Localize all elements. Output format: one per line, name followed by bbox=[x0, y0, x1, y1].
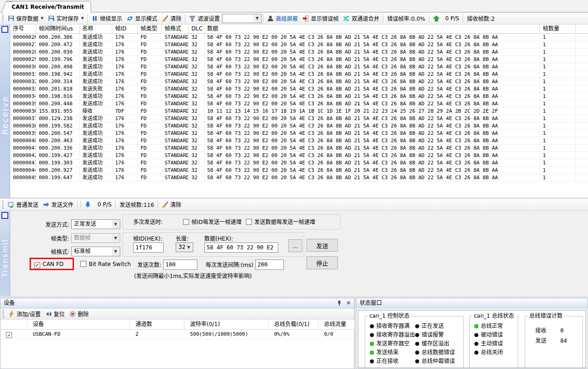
can-fd-checkbox[interactable]: CAN FD bbox=[34, 260, 64, 268]
led-on-icon bbox=[370, 342, 374, 346]
table-row[interactable]: 00000032000.200.314发送成功176FDSTANDARD3258… bbox=[10, 78, 588, 85]
column-header[interactable]: DLC bbox=[189, 24, 204, 34]
save-data-caret-icon[interactable]: ▼ bbox=[41, 16, 43, 20]
table-row[interactable]: 00000041000.200.336发送成功176FDSTANDARD3258… bbox=[10, 145, 588, 152]
table-cell: 32 bbox=[189, 41, 204, 48]
frame-type-select[interactable]: 数据帧 ▼ bbox=[71, 233, 120, 243]
send-mode-value: 正常发送 bbox=[74, 221, 96, 227]
chevron-down-icon[interactable]: ▼ bbox=[185, 243, 192, 251]
transmit-panel-toggle-button[interactable] bbox=[1, 212, 8, 219]
device-add-button[interactable]: 添加/设置 bbox=[6, 309, 43, 319]
table-cell: STANDARD bbox=[162, 137, 189, 145]
frame-id-input[interactable] bbox=[133, 242, 164, 253]
column-header[interactable]: 帧类型 bbox=[138, 24, 162, 34]
column-header[interactable]: 帧数量 bbox=[540, 24, 576, 34]
table-row[interactable]: 00000028000.200.030发送成功176FDSTANDARD3258… bbox=[10, 48, 588, 56]
table-row[interactable]: 00000043000.199.303发送成功176FDSTANDARD3258… bbox=[10, 159, 588, 167]
send-times-input[interactable] bbox=[163, 260, 197, 270]
column-header[interactable]: 帧ID bbox=[112, 24, 138, 34]
column-header-filler bbox=[576, 24, 588, 34]
device-column-header[interactable]: 波特率(0/1) bbox=[184, 320, 269, 329]
toolbar-grip[interactable] bbox=[2, 310, 4, 318]
realtime-save-button[interactable]: 实时保存 ▼ bbox=[46, 13, 86, 24]
table-cell: 1 bbox=[540, 122, 576, 130]
delete-icon bbox=[69, 311, 76, 317]
realtime-save-caret-icon[interactable]: ▼ bbox=[81, 16, 84, 20]
device-table-row[interactable]: USBCAN-FD2500(500)/1000(5000)0%/0%0/0 bbox=[0, 330, 354, 339]
device-column-header[interactable]: 设备 bbox=[27, 320, 130, 329]
column-header[interactable]: 帧间隔时间us bbox=[36, 24, 80, 34]
show-error-frames-button[interactable]: 显示错误帧 bbox=[300, 13, 341, 24]
device-column-header[interactable] bbox=[0, 320, 27, 329]
table-cell: STANDARD bbox=[162, 48, 189, 56]
chevron-down-icon[interactable]: ▼ bbox=[112, 248, 119, 255]
checkbox-icon[interactable] bbox=[246, 219, 252, 225]
table-cell: 接收 bbox=[80, 108, 112, 115]
toolbar-grip[interactable] bbox=[2, 200, 4, 209]
chevron-down-icon[interactable]: ▼ bbox=[112, 220, 119, 228]
checkbox-icon[interactable] bbox=[80, 261, 86, 267]
send-mode-select[interactable]: 正常发送 ▼ bbox=[71, 219, 120, 229]
broom-icon bbox=[162, 201, 168, 208]
save-data-button[interactable]: 保存数据 ▼ bbox=[6, 13, 46, 24]
length-select[interactable]: 32 ▼ bbox=[176, 242, 193, 252]
device-checkbox[interactable] bbox=[6, 332, 12, 338]
display-mode-button[interactable]: 显示模式 bbox=[124, 13, 159, 24]
table-row[interactable]: 00000038000.199.582发送成功176FDSTANDARD3258… bbox=[10, 122, 588, 130]
data-hex-input[interactable] bbox=[204, 242, 278, 253]
bit-rate-switch-checkbox[interactable]: Bit Rate Switch bbox=[80, 260, 131, 268]
table-cell: FD bbox=[138, 56, 162, 63]
chevron-down-icon[interactable]: ▼ bbox=[253, 15, 261, 22]
inc-data-checkbox[interactable]: 发送数据每发送一帧递增 bbox=[246, 218, 315, 226]
send-button[interactable]: 发送 bbox=[306, 239, 338, 252]
table-row[interactable]: 00000040000.200.463发送成功176FDSTANDARD3258… bbox=[10, 137, 588, 145]
filter-settings-button[interactable]: 滤波设置 bbox=[187, 13, 222, 24]
table-row[interactable]: 00000027000.200.472发送成功176FDSTANDARD3258… bbox=[10, 41, 588, 48]
device-column-header[interactable]: 总线流量(0/1) bbox=[318, 320, 355, 329]
device-delete-button[interactable]: 删除 bbox=[67, 309, 91, 319]
toolbar-grip[interactable] bbox=[2, 14, 4, 23]
close-icon[interactable]: ✕ bbox=[345, 300, 352, 307]
tab-can1-receive-transmit[interactable]: CAN1 Receive/Transmit bbox=[6, 1, 91, 13]
table-row[interactable]: 00000026000.200.386发送成功176FDSTANDARD3258… bbox=[10, 34, 588, 41]
device-reset-button[interactable]: 复位 bbox=[43, 309, 67, 319]
table-row[interactable]: 00000039000.200.547发送成功176FDSTANDARD3258… bbox=[10, 130, 588, 137]
table-row[interactable]: 00000031000.198.942发送成功176FDSTANDARD3258… bbox=[10, 71, 588, 78]
column-header[interactable]: 帧格式 bbox=[162, 24, 189, 34]
frame-data-groupbox: 帧ID(HEX): 长度: 32 ▼ 数据(HEX): ... bbox=[122, 232, 304, 257]
column-header[interactable]: 名称 bbox=[80, 24, 112, 34]
column-header[interactable]: 数据 bbox=[204, 24, 540, 34]
table-row[interactable]: 00000034000.198.016发送成功176FDSTANDARD3258… bbox=[10, 93, 588, 100]
table-row[interactable]: 00000042000.199.427发送成功176FDSTANDARD3258… bbox=[10, 152, 588, 159]
normal-send-button[interactable]: 普通发送 bbox=[6, 200, 41, 210]
checkbox-checked-icon[interactable] bbox=[34, 262, 40, 268]
table-row[interactable]: 00000035000.200.448发送成功176FDSTANDARD3258… bbox=[10, 100, 588, 108]
frame-format-select[interactable]: 标准帧 ▼ bbox=[71, 247, 120, 256]
table-cell: 58 4F 60 73 22 90 E2 00 20 5A 4E C3 26 8… bbox=[204, 63, 540, 71]
more-data-button[interactable]: ... bbox=[288, 239, 302, 252]
inc-frame-id-checkbox[interactable]: 帧ID每发送一帧递增 bbox=[183, 218, 242, 226]
column-header[interactable]: 序号 bbox=[10, 24, 36, 34]
device-column-header[interactable]: 通道数 bbox=[130, 320, 184, 329]
continue-display-button[interactable]: 继续显示 bbox=[89, 13, 124, 24]
checkbox-icon[interactable] bbox=[183, 219, 189, 225]
transmit-clear-button[interactable]: 清除 bbox=[159, 200, 184, 210]
table-row[interactable]: 00000029000.199.796发送成功176FDSTANDARD3258… bbox=[10, 56, 588, 63]
table-row[interactable]: 00000045000.199.647发送成功176FDSTANDARD3258… bbox=[10, 174, 588, 181]
table-row[interactable]: 00000030000.200.498发送成功176FDSTANDARD3258… bbox=[10, 63, 588, 71]
table-row[interactable]: 00000033000.201.818发送失败176FDSTANDARD3258… bbox=[10, 85, 588, 93]
send-interval-input[interactable] bbox=[255, 260, 284, 270]
table-row[interactable]: 00000037000.129.238发送成功176FDSTANDARD3258… bbox=[10, 115, 588, 122]
send-file-button[interactable]: 发送文件 bbox=[41, 200, 76, 210]
advanced-mask-button[interactable]: 高级屏蔽 bbox=[265, 13, 300, 24]
dual-channel-merge-button[interactable]: 双通道合并 bbox=[341, 13, 381, 24]
filter-select[interactable]: ▼ bbox=[222, 14, 262, 23]
table-row[interactable]: 00000044000.200.927发送成功176FDSTANDARD3258… bbox=[10, 167, 588, 174]
clear-button[interactable]: 清除 bbox=[159, 13, 184, 24]
device-column-header[interactable]: 总线负载(0/1) bbox=[269, 320, 318, 329]
status-led-label: 接收寄存器溢出 bbox=[376, 332, 415, 338]
pin-icon[interactable] bbox=[336, 300, 343, 307]
table-row[interactable]: 00000036155.831.955接收7DFFDSTANDARD3210 1… bbox=[10, 108, 588, 115]
receive-panel-toggle-button[interactable] bbox=[1, 26, 8, 33]
stop-button[interactable]: 停止 bbox=[306, 256, 338, 269]
